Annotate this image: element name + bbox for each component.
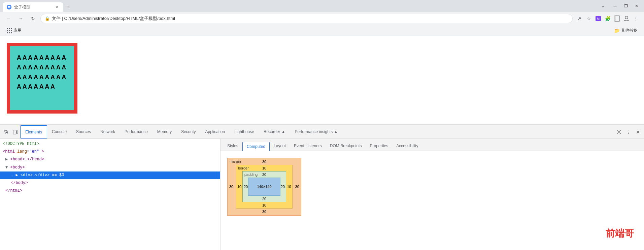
svg-point-8 <box>625 16 628 19</box>
bm-margin-top: 30 <box>262 160 266 164</box>
svg-rect-9 <box>13 130 16 134</box>
new-tab-button[interactable]: + <box>63 2 73 12</box>
bm-margin-box: margin 30 30 30 30 border 10 10 <box>227 158 301 216</box>
bm-border-bottom: 10 <box>262 203 266 207</box>
devtools-right-icons: ⋮ ✕ <box>614 127 643 137</box>
html-div-line[interactable]: … ▶ <div>…</div> == $0 <box>0 171 220 179</box>
tab-bar: 盒子模型 ✕ + <box>3 0 596 12</box>
tab-accessibility[interactable]: Accessibility <box>392 142 422 151</box>
svg-text:M: M <box>597 17 600 21</box>
tab-memory[interactable]: Memory <box>152 125 176 138</box>
svg-point-1 <box>8 6 9 7</box>
toggle-device-button[interactable] <box>11 127 20 137</box>
html-body-line[interactable]: ▼ <body> <box>0 164 220 171</box>
apps-label: 应用 <box>13 28 22 33</box>
tab-styles[interactable]: Styles <box>223 142 242 151</box>
tab-title: 盒子模型 <box>14 4 51 10</box>
inspect-element-button[interactable] <box>1 127 11 137</box>
tab-performance-insights[interactable]: Performance insights ▲ <box>290 125 343 138</box>
maximize-button[interactable]: ❐ <box>621 1 631 11</box>
devtools-more-button[interactable]: ⋮ <box>624 129 633 135</box>
page-viewport: A A A A A A A A A A A A A A A A A A A A … <box>0 36 644 124</box>
forward-button[interactable]: → <box>16 14 26 23</box>
tab-sources[interactable]: Sources <box>71 125 96 138</box>
bm-border-left: 10 <box>237 185 241 189</box>
window-controls: ─ ❐ ✕ <box>610 1 641 11</box>
devtools-tabs: Elements Console Sources Network Perform… <box>20 125 614 138</box>
tab-list-button[interactable]: ⌄ <box>598 1 608 11</box>
tab-performance[interactable]: Performance <box>120 125 152 138</box>
tab-event-listeners[interactable]: Event Listeners <box>290 142 326 151</box>
bm-padding-top: 20 <box>262 173 266 177</box>
bm-margin-left: 30 <box>229 185 233 189</box>
elements-panel: <!DOCTYPE html> <html lang="en" > ▶ <hea… <box>0 139 221 250</box>
minimize-button[interactable]: ─ <box>610 1 620 11</box>
bm-padding-right: 20 <box>281 185 285 189</box>
close-devtools-button[interactable]: ✕ <box>633 127 643 137</box>
browser-tab[interactable]: 盒子模型 ✕ <box>3 2 63 12</box>
tab-recorder[interactable]: Recorder ▲ <box>259 125 290 138</box>
address-bar-actions: ↗ ☆ M 🧩 ⋮ <box>575 14 640 23</box>
devtools-panel: Elements Console Sources Network Perform… <box>0 125 644 250</box>
title-bar: 盒子模型 ✕ + ⌄ ─ ❐ ✕ <box>0 0 644 12</box>
tab-elements[interactable]: Elements <box>20 125 47 138</box>
url-text: 文件 | C:/Users/Administrator/Desktop/HTML… <box>52 15 568 22</box>
bm-padding-label: padding <box>244 173 258 177</box>
devtools-toolbar: Elements Console Sources Network Perform… <box>0 125 644 139</box>
tab-console[interactable]: Console <box>47 125 71 138</box>
back-button[interactable]: ← <box>4 14 13 23</box>
demo-box: A A A A A A A A A A A A A A A A A A A A … <box>7 43 77 114</box>
tab-chevrons: ⌄ <box>598 1 608 11</box>
bm-border-label: border <box>238 166 249 170</box>
html-root-line[interactable]: <html lang="en" > <box>0 148 220 156</box>
tab-dom-breakpoints[interactable]: DOM Breakpoints <box>326 142 366 151</box>
devtools-content: <!DOCTYPE html> <html lang="en" > ▶ <hea… <box>0 139 644 250</box>
tab-layout[interactable]: Layout <box>270 142 290 151</box>
reload-button[interactable]: ↻ <box>28 14 38 23</box>
bm-padding-bottom: 20 <box>262 197 266 201</box>
extensions-icon[interactable]: 🧩 <box>604 14 612 23</box>
tab-computed[interactable]: Computed <box>242 142 270 151</box>
bm-content-box: 140×140 <box>248 178 280 196</box>
address-bar: ← → ↻ 🔒 文件 | C:/Users/Administrator/Desk… <box>0 12 644 25</box>
bm-margin-right: 30 <box>295 185 299 189</box>
tab-application[interactable]: Application <box>201 125 230 138</box>
html-html-close-line: </html> <box>0 187 220 195</box>
apps-button[interactable]: 应用 <box>4 26 24 35</box>
tab-close-button[interactable]: ✕ <box>54 4 59 10</box>
html-head-line[interactable]: ▶ <head>…</head> <box>0 156 220 163</box>
menu-icon[interactable]: ⋮ <box>632 14 640 23</box>
bookmark-icon[interactable]: ☆ <box>585 14 593 23</box>
other-bookmarks-label: 其他书签 <box>621 28 637 33</box>
bm-padding-box: padding 20 20 20 20 140×140 <box>242 171 286 202</box>
tab-favicon <box>7 5 11 9</box>
svg-point-0 <box>7 5 11 9</box>
bm-border-box: border 10 10 10 10 padding 20 <box>236 165 293 209</box>
settings-button[interactable] <box>614 127 624 137</box>
tab-network[interactable]: Network <box>96 125 120 138</box>
tab-security[interactable]: Security <box>176 125 200 138</box>
other-bookmarks[interactable]: 📁 其他书签 <box>611 27 640 34</box>
html-body-close-line: </body> <box>0 179 220 187</box>
box-model-area: margin 30 30 30 30 border 10 10 <box>221 151 644 250</box>
bm-padding-left: 20 <box>244 185 248 189</box>
content-area: A A A A A A A A A A A A A A A A A A A A … <box>0 36 644 250</box>
computed-tabs: Styles Computed Layout Event Listeners D <box>221 139 644 151</box>
sidebar-icon[interactable] <box>613 14 621 23</box>
watermark: 前端哥 <box>606 227 634 240</box>
box-model-diagram: margin 30 30 30 30 border 10 10 <box>227 158 301 216</box>
right-panel: Styles Computed Layout Event Listeners D <box>221 139 644 250</box>
close-button[interactable]: ✕ <box>632 1 641 11</box>
url-bar[interactable]: 🔒 文件 | C:/Users/Administrator/Desktop/HT… <box>40 14 573 23</box>
tab-properties[interactable]: Properties <box>366 142 393 151</box>
tab-lighthouse[interactable]: Lighthouse <box>230 125 259 138</box>
share-icon[interactable]: ↗ <box>575 14 583 23</box>
apps-grid-icon <box>7 28 12 33</box>
bookmarks-bar: 应用 📁 其他书签 <box>0 25 644 36</box>
svg-point-11 <box>618 131 620 133</box>
svg-rect-3 <box>8 7 10 8</box>
bm-margin-bottom: 30 <box>262 210 266 214</box>
user-icon[interactable] <box>622 14 631 23</box>
profile-icon[interactable]: M <box>594 14 602 23</box>
browser-window: 盒子模型 ✕ + ⌄ ─ ❐ ✕ ← → ↻ 🔒 文件 | C:/Users/A… <box>0 0 644 250</box>
